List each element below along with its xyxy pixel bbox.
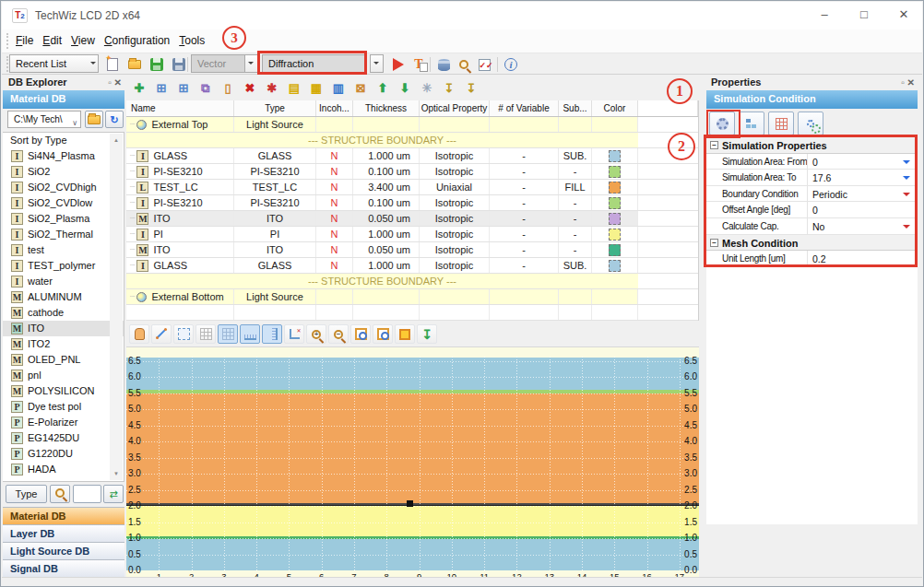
export-layers-button[interactable]: ↧ bbox=[461, 78, 481, 98]
structure-chart[interactable]: 0.00.00.50.51.01.01.51.52.02.02.52.53.03… bbox=[126, 346, 699, 579]
layer-list-button[interactable]: ▤ bbox=[284, 78, 304, 98]
minimize-button[interactable]: – bbox=[803, 2, 846, 29]
diffraction-combo-arrow[interactable] bbox=[370, 54, 384, 73]
measure-line-button[interactable] bbox=[151, 324, 172, 344]
layer-row[interactable]: ┈IPI-SE3210PI-SE3210N0.100 umIsotropic-- bbox=[126, 164, 698, 180]
structure-tree-button[interactable] bbox=[739, 112, 764, 135]
zoom-window-button[interactable] bbox=[350, 324, 371, 344]
pan-hand-button[interactable] bbox=[129, 324, 149, 344]
layer-row[interactable]: ┈IPIPIN1.000 umIsotropic-- bbox=[126, 227, 698, 242]
list-item[interactable]: PEG1425DU bbox=[3, 430, 124, 446]
save-as-button[interactable] bbox=[170, 55, 188, 74]
list-item[interactable]: Mpnl bbox=[3, 368, 124, 383]
database-button[interactable] bbox=[434, 55, 453, 74]
type-filter-button[interactable]: Type bbox=[6, 485, 47, 503]
list-item[interactable]: ISiO2_CVDhigh bbox=[3, 180, 124, 195]
grid-view-button[interactable] bbox=[768, 112, 794, 135]
info-button[interactable]: i bbox=[502, 55, 520, 74]
panel-close-icon[interactable]: ✕ bbox=[907, 77, 915, 88]
layer-row[interactable]: ┈MITOITON0.050 umIsotropic-- bbox=[126, 242, 698, 258]
light-source-row[interactable]: ┈External BottomLight Source bbox=[126, 289, 698, 305]
refresh-button[interactable]: ↻ bbox=[105, 111, 124, 128]
move-layer-down-button[interactable]: ⬇ bbox=[395, 78, 415, 98]
light-source-row[interactable]: ┈External TopLight Source bbox=[126, 117, 698, 133]
grid-dots-button[interactable] bbox=[195, 324, 216, 344]
layer-columns-button[interactable]: ▥ bbox=[328, 78, 349, 98]
vector-combo-arrow[interactable] bbox=[244, 54, 258, 73]
panel-close-icon[interactable]: ✕ bbox=[114, 77, 122, 88]
list-item[interactable]: Iwater bbox=[3, 274, 124, 289]
material-filter-input[interactable] bbox=[73, 485, 101, 503]
zoom-in-button[interactable]: + bbox=[306, 324, 326, 344]
menu-item-view[interactable]: View bbox=[66, 29, 100, 53]
y-axis-button[interactable] bbox=[262, 324, 282, 344]
layer-grid-button[interactable]: ▦ bbox=[306, 78, 326, 98]
recent-list-combo[interactable]: Recent List bbox=[9, 54, 99, 73]
menu-item-edit[interactable]: Edit bbox=[38, 29, 66, 53]
list-item[interactable]: ISi4N4_Plasma bbox=[3, 148, 124, 164]
scroll-up-icon[interactable]: ▲ bbox=[110, 134, 123, 147]
browse-folder-button[interactable] bbox=[85, 111, 103, 128]
insert-layer-below-button[interactable]: ⊞ bbox=[173, 78, 194, 98]
options-gears-button[interactable] bbox=[798, 112, 823, 135]
move-layer-up-button[interactable]: ⬆ bbox=[373, 78, 393, 98]
list-item[interactable]: ITEST_polymer bbox=[3, 258, 124, 274]
list-item[interactable]: PHADA bbox=[3, 462, 124, 477]
save-chart-button[interactable]: ↧ bbox=[417, 324, 437, 344]
snap-button[interactable]: ✳ bbox=[417, 78, 437, 98]
layer-row[interactable]: ┈IGLASSGLASSN1.000 umIsotropic-SUB. bbox=[126, 148, 698, 164]
list-item[interactable]: ISiO2_Thermal bbox=[3, 227, 124, 242]
db-path-combo[interactable]: C:\My Tech\∨ bbox=[7, 111, 81, 128]
open-file-button[interactable] bbox=[125, 55, 144, 74]
fill-box-button[interactable] bbox=[395, 324, 415, 344]
list-scrollbar[interactable]: ▲ ▼ bbox=[110, 134, 123, 480]
layer-row[interactable]: ┈LTEST_LCTEST_LCN3.400 umUniaxial-FILL bbox=[126, 180, 698, 195]
list-item[interactable]: Itest bbox=[3, 242, 124, 258]
layer-row[interactable]: ┈IPI-SE3210PI-SE3210N0.100 umIsotropic-- bbox=[126, 195, 698, 211]
import-layers-button[interactable]: ↧ bbox=[439, 78, 459, 98]
panel-restore-icon[interactable]: ▫ bbox=[901, 77, 905, 88]
maximize-button[interactable]: □ bbox=[843, 2, 885, 29]
list-item[interactable]: PE-Polarizer bbox=[3, 415, 124, 430]
save-button[interactable] bbox=[148, 55, 166, 74]
zoom-fit-button[interactable] bbox=[373, 324, 393, 344]
apply-filter-button[interactable]: ⇄ bbox=[103, 485, 124, 503]
zoom-out-button[interactable]: − bbox=[328, 324, 349, 344]
run-button[interactable] bbox=[389, 55, 408, 74]
list-item[interactable]: ISiO2 bbox=[3, 164, 124, 180]
x-axis-button[interactable] bbox=[240, 324, 260, 344]
sort-by-type-row[interactable]: Sort by Type bbox=[3, 133, 124, 148]
layer-row[interactable]: ┈IGLASSGLASSN1.000 umIsotropic-SUB. bbox=[126, 258, 698, 274]
list-item[interactable]: MITO2 bbox=[3, 336, 124, 352]
menu-item-tools[interactable]: Tools bbox=[174, 29, 209, 53]
search-material-button[interactable] bbox=[50, 485, 70, 503]
paste-layer-button[interactable]: ▯ bbox=[218, 78, 238, 98]
search-db-button[interactable] bbox=[455, 55, 473, 74]
check-settings-button[interactable]: ✓✓ bbox=[475, 55, 493, 74]
close-window-button[interactable]: ⊠ bbox=[350, 78, 371, 98]
list-item[interactable]: PG1220DU bbox=[3, 446, 124, 462]
panel-restore-icon[interactable]: ▫ bbox=[108, 77, 112, 88]
delete-all-layers-button[interactable]: ✱ bbox=[262, 78, 282, 98]
menu-item-file[interactable]: File bbox=[11, 29, 38, 53]
selected-layer-handle[interactable] bbox=[407, 500, 413, 507]
list-item[interactable]: PDye test pol bbox=[3, 399, 124, 415]
list-item[interactable]: ISiO2_Plasma bbox=[3, 211, 124, 227]
db-tab-layer-db[interactable]: Layer DB bbox=[3, 524, 124, 542]
axes-button[interactable] bbox=[284, 324, 304, 344]
list-item[interactable]: MALUMINUM bbox=[3, 289, 124, 305]
db-tab-material-db[interactable]: Material DB bbox=[3, 507, 124, 524]
scroll-down-icon[interactable]: ▼ bbox=[110, 467, 123, 480]
select-region-button[interactable] bbox=[173, 324, 194, 344]
copy-layer-button[interactable]: ⧉ bbox=[195, 78, 216, 98]
transfer-button[interactable]: T bbox=[409, 55, 428, 74]
show-grid-button[interactable] bbox=[218, 324, 238, 344]
close-button[interactable]: ✕ bbox=[883, 2, 924, 29]
db-tab-light-source-db[interactable]: Light Source DB bbox=[3, 542, 124, 559]
list-item[interactable]: ISiO2_CVDlow bbox=[3, 195, 124, 211]
menu-item-configuration[interactable]: Configuration bbox=[100, 29, 174, 53]
list-item[interactable]: MPOLYSILICON bbox=[3, 383, 124, 399]
insert-layer-above-button[interactable]: ⊞ bbox=[151, 78, 172, 98]
delete-layer-button[interactable]: ✖ bbox=[240, 78, 260, 98]
layer-row[interactable]: ┈MITOITON0.050 umIsotropic-- bbox=[126, 211, 698, 227]
